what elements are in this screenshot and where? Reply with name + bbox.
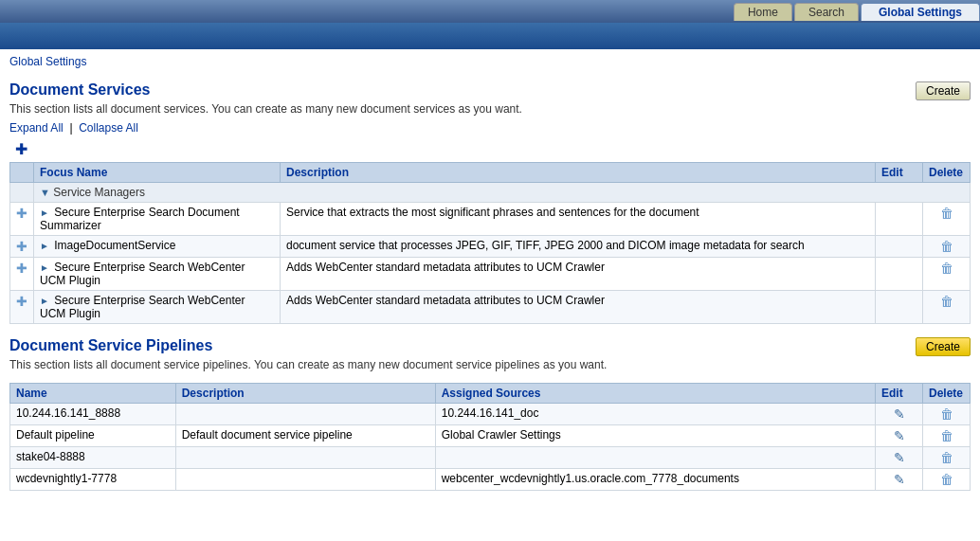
delete-cell-2[interactable]: 🗑 — [923, 236, 971, 258]
pipeline-desc-cell-4 — [175, 469, 435, 491]
top-nav: Home Search Global Settings — [0, 0, 980, 23]
pipeline-edit-cell-3[interactable]: ✎ — [876, 447, 923, 469]
pipeline-desc-cell-1 — [175, 404, 435, 425]
edit-icon-3[interactable]: ✎ — [894, 450, 905, 465]
play-icon-2: ► — [40, 241, 49, 251]
pipeline-delete-cell-4[interactable]: 🗑 — [923, 469, 971, 491]
doc-pipelines-section: Document Service Pipelines This section … — [0, 330, 980, 496]
pipeline-desc-cell-2: Default document service pipeline — [175, 425, 435, 447]
doc-services-desc: This section lists all document services… — [9, 102, 522, 116]
search-tab[interactable]: Search — [794, 3, 859, 21]
pipeline-delete-icon-3[interactable]: 🗑 — [940, 450, 953, 465]
col-delete-header: Delete — [923, 163, 971, 183]
edit-cell-4 — [876, 291, 923, 324]
pipeline-delete-cell-2[interactable]: 🗑 — [923, 425, 971, 447]
pipeline-desc-cell-3 — [175, 447, 435, 469]
move-icon-2[interactable]: ✚ — [16, 239, 27, 254]
group-header-row: ▼ Service Managers — [10, 183, 971, 203]
col-edit-header: Edit — [876, 163, 923, 183]
move-cell-1[interactable]: ✚ — [10, 203, 34, 236]
pipeline-col-desc-header: Description — [175, 384, 435, 404]
pipeline-col-name-header: Name — [10, 384, 176, 404]
col-move-header — [10, 163, 34, 183]
service-desc-cell-2: document service that processes JPEG, GI… — [281, 236, 876, 258]
pipeline-sources-cell-2: Global Crawler Settings — [435, 425, 875, 447]
document-services-section: Document Services This section lists all… — [0, 74, 980, 330]
play-icon-1: ► — [40, 207, 49, 218]
pipeline-sources-cell-3 — [435, 447, 875, 469]
service-desc-cell-1: Service that extracts the most significa… — [281, 203, 876, 236]
collapse-all-link[interactable]: Collapse All — [79, 121, 138, 135]
doc-pipelines-title: Document Service Pipelines — [9, 337, 607, 354]
doc-services-table: Focus Name Description Edit Delete ▼ Ser… — [9, 162, 971, 324]
table-row: wcdevnightly1-7778 webcenter_wcdevnightl… — [10, 469, 971, 491]
table-row: ✚ ► ImageDocumentService document servic… — [10, 236, 971, 258]
move-icon-4[interactable]: ✚ — [16, 294, 27, 309]
edit-cell-1 — [876, 203, 923, 236]
group-header-label: ▼ Service Managers — [34, 183, 971, 203]
edit-icon-2[interactable]: ✎ — [894, 428, 905, 443]
service-desc-cell-4: Adds WebCenter standard metadata attribu… — [281, 291, 876, 324]
pipeline-edit-cell-2[interactable]: ✎ — [876, 425, 923, 447]
service-name-cell-2: ► ImageDocumentService — [34, 236, 281, 258]
breadcrumb: Global Settings — [0, 49, 980, 74]
doc-pipelines-table: Name Description Assigned Sources Edit D… — [9, 383, 971, 491]
pipeline-name-cell-1: 10.244.16.141_8888 — [10, 404, 176, 425]
play-icon-3: ► — [40, 262, 49, 273]
table-row: ✚ ► Secure Enterprise Search WebCenter U… — [10, 258, 971, 291]
delete-icon-3[interactable]: 🗑 — [940, 261, 953, 276]
table-row: ✚ ► Secure Enterprise Search WebCenter U… — [10, 291, 971, 324]
edit-icon-4[interactable]: ✎ — [894, 472, 905, 487]
service-desc-cell-3: Adds WebCenter standard metadata attribu… — [281, 258, 876, 291]
service-name-cell-4: ► Secure Enterprise Search WebCenter UCM… — [34, 291, 281, 324]
move-icon-1[interactable]: ✚ — [16, 206, 27, 221]
pipeline-edit-cell-1[interactable]: ✎ — [876, 404, 923, 425]
global-settings-tab: Global Settings — [861, 3, 980, 21]
home-tab[interactable]: Home — [734, 3, 792, 21]
pipeline-name-cell-2: Default pipeline — [10, 425, 176, 447]
table-row: Default pipeline Default document servic… — [10, 425, 971, 447]
delete-icon-4[interactable]: 🗑 — [940, 294, 953, 309]
pipeline-delete-icon-1[interactable]: 🗑 — [940, 406, 953, 422]
expand-collapse-row: Expand All | Collapse All — [9, 121, 971, 135]
expand-all-link[interactable]: Expand All — [9, 121, 64, 135]
table-row: ✚ ► Secure Enterprise Search Document Su… — [10, 203, 971, 236]
col-focus-name-header: Focus Name — [34, 163, 281, 183]
pipeline-name-cell-3: stake04-8888 — [10, 447, 176, 469]
doc-services-create-button[interactable]: Create — [916, 81, 971, 100]
delete-icon-2[interactable]: 🗑 — [940, 239, 953, 254]
edit-cell-2 — [876, 236, 923, 258]
move-icon-3[interactable]: ✚ — [16, 261, 27, 276]
pipeline-delete-cell-1[interactable]: 🗑 — [923, 404, 971, 425]
pipeline-name-cell-4: wcdevnightly1-7778 — [10, 469, 176, 491]
col-description-header: Description — [281, 163, 876, 183]
pipeline-sources-cell-4: webcenter_wcdevnightly1.us.oracle.com_77… — [435, 469, 875, 491]
service-name-cell-1: ► Secure Enterprise Search Document Summ… — [34, 203, 281, 236]
doc-services-title: Document Services — [9, 81, 522, 99]
pipeline-col-edit-header: Edit — [876, 384, 923, 404]
edit-icon-1[interactable]: ✎ — [894, 406, 905, 422]
group-header-move — [10, 183, 34, 203]
pipeline-sources-cell-1: 10.244.16.141_doc — [435, 404, 875, 425]
move-cell-4[interactable]: ✚ — [10, 291, 34, 324]
breadcrumb-link[interactable]: Global Settings — [9, 55, 86, 68]
pipeline-col-delete-header: Delete — [923, 384, 971, 404]
move-cell-2[interactable]: ✚ — [10, 236, 34, 258]
doc-pipelines-desc: This section lists all document service … — [9, 358, 607, 371]
delete-icon-1[interactable]: 🗑 — [940, 206, 953, 221]
service-name-cell-3: ► Secure Enterprise Search WebCenter UCM… — [34, 258, 281, 291]
add-row-button[interactable]: ✚ — [9, 139, 33, 159]
pipeline-delete-icon-4[interactable]: 🗑 — [940, 472, 953, 487]
blue-bar — [0, 23, 980, 49]
table-row: stake04-8888 ✎ 🗑 — [10, 447, 971, 469]
move-cell-3[interactable]: ✚ — [10, 258, 34, 291]
delete-cell-3[interactable]: 🗑 — [923, 258, 971, 291]
play-icon-4: ► — [40, 296, 49, 306]
delete-cell-4[interactable]: 🗑 — [923, 291, 971, 324]
delete-cell-1[interactable]: 🗑 — [923, 203, 971, 236]
pipeline-edit-cell-4[interactable]: ✎ — [876, 469, 923, 491]
pipeline-delete-icon-2[interactable]: 🗑 — [940, 428, 953, 443]
pipeline-col-sources-header: Assigned Sources — [435, 384, 875, 404]
pipeline-delete-cell-3[interactable]: 🗑 — [923, 447, 971, 469]
doc-pipelines-create-button[interactable]: Create — [916, 337, 971, 356]
